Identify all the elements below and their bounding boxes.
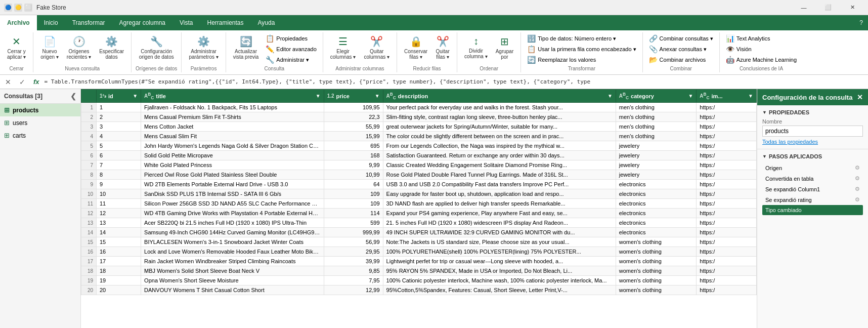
table-row[interactable]: 10 10 SanDisk SSD PLUS 1TB Internal SSD … [81, 189, 757, 199]
col-header-description[interactable]: ABC description ▼ [383, 90, 616, 103]
nombre-input[interactable] [762, 126, 863, 137]
tab-herramientas[interactable]: Herramientas [200, 15, 250, 30]
origenes-group-label: Orígenes de datos [136, 66, 177, 71]
table-row[interactable]: 5 5 John Hardy Women's Legends Naga Gold… [81, 141, 757, 151]
refresh-preview-button[interactable]: 🔄 Actualizarvista previa [230, 33, 262, 62]
table-row[interactable]: 19 19 Opna Women's Short Sleeve Moisture… [81, 276, 757, 285]
step-item[interactable]: Convertida en tabla ⚙ [762, 173, 863, 184]
append-queries-button[interactable]: 📎 Anexar consultas ▾ [647, 44, 715, 54]
table-row[interactable]: 4 4 Mens Casual Slim Fit 15,99 The color… [81, 132, 757, 141]
table-row[interactable]: 14 14 Samsung 49-Inch CHG90 144Hz Curved… [81, 228, 757, 237]
query-item-products[interactable]: ⊞ products [0, 104, 80, 116]
table-row[interactable]: 1 1 Fjallraven - Foldsack No. 1 Backpack… [81, 103, 757, 112]
data-type-button[interactable]: 🔢 Tipo de datos: Número entero ▾ [525, 33, 638, 44]
table-row[interactable]: 8 8 Pierced Owl Rose Gold Plated Stainle… [81, 170, 757, 180]
tab-archivo[interactable]: Archivo [0, 15, 37, 30]
help-button[interactable]: ? [854, 15, 868, 30]
collapse-panel-button[interactable]: ❮ [70, 92, 76, 100]
cell-title: Mens Cotton Jacket [141, 122, 324, 132]
vision-button[interactable]: 👁️ Visión [724, 44, 799, 54]
formula-confirm-button[interactable]: ✓ [16, 76, 28, 88]
table-row[interactable]: 7 7 White Gold Plated Princess 9,99 Clas… [81, 160, 757, 170]
combine-files-button[interactable]: 📂 Combinar archivos [647, 55, 715, 65]
step-item[interactable]: Origen ⚙ [762, 162, 863, 173]
tab-ayuda[interactable]: Ayuda [251, 15, 282, 30]
advanced-editor-icon: ✏️ [266, 45, 274, 53]
table-row[interactable]: 12 12 WD 4TB Gaming Drive Works with Pla… [81, 209, 757, 218]
formula-cancel-button[interactable]: ✕ [2, 76, 14, 88]
text-analytics-button[interactable]: 📊 Text Analytics [724, 33, 799, 44]
formula-input[interactable] [45, 76, 866, 88]
row-num-cell: 1 [81, 103, 97, 112]
table-row[interactable]: 16 16 Lock and Love Women's Removable Ho… [81, 247, 757, 257]
new-source-button[interactable]: 📄 Nuevoorigen ▾ [37, 33, 62, 62]
advanced-editor-button[interactable]: ✏️ Editor avanzado [264, 44, 319, 54]
table-row[interactable]: 18 18 MBJ Women's Solid Short Sleeve Boa… [81, 266, 757, 276]
cell-url: https:/ [697, 247, 757, 257]
split-column-button[interactable]: ↕️ Dividircolumna ▾ [461, 33, 491, 61]
step-item[interactable]: Se expandió rating ⚙ [762, 194, 863, 205]
manage-params-button[interactable]: ⚙️ Administrarparámetros ▾ [186, 33, 221, 62]
all-properties-link[interactable]: Todas las propiedades [762, 139, 863, 145]
choose-columns-icon: ☰ [338, 35, 348, 48]
cell-price: 29,95 [324, 247, 383, 257]
query-item-carts[interactable]: ⊞ carts [0, 129, 80, 142]
cell-url: https:/ [697, 257, 757, 266]
step-gear-icon[interactable]: ⚙ [855, 186, 860, 192]
query-icon-carts: ⊞ [4, 132, 10, 139]
close-button[interactable]: ✕ [841, 0, 864, 15]
remove-columns-button[interactable]: ✂️ Quitarcolumnas ▾ [361, 33, 393, 62]
data-source-settings-button[interactable]: 🔧 Configuraciónorigen de datos [136, 33, 177, 62]
cell-url: https:/ [697, 151, 757, 160]
col-header-price[interactable]: 1.2 price ▼ [324, 90, 383, 103]
first-row-header-button[interactable]: 📋 Usar la primera fila como encabezado ▾ [525, 44, 638, 54]
table-row[interactable]: 15 15 BIYLACLESEN Women's 3-in-1 Snowboa… [81, 237, 757, 247]
azure-ml-button[interactable]: 🤖 Azure Machine Learning [724, 55, 799, 65]
table-row[interactable]: 6 6 Solid Gold Petite Micropave 168 Sati… [81, 151, 757, 160]
cell-category: women's clothing [616, 257, 696, 266]
choose-columns-button[interactable]: ☰ Elegircolumnas ▾ [327, 33, 359, 62]
remove-rows-button[interactable]: ✂️ Quitarfilas ▾ [432, 33, 453, 62]
recent-sources-button[interactable]: 🕐 Orígenesrecientes ▾ [64, 33, 94, 62]
step-gear-icon[interactable]: ⚙ [855, 196, 860, 203]
minimize-button[interactable]: — [792, 0, 815, 15]
step-gear-icon[interactable]: ⚙ [855, 175, 860, 182]
tab-inicio[interactable]: Inicio [37, 15, 65, 30]
table-row[interactable]: 20 20 DANVOUY Womens T Shirt Casual Cott… [81, 285, 757, 295]
cell-url: https:/ [697, 228, 757, 237]
keep-rows-button[interactable]: 🔒 Conservarfilas ▾ [401, 33, 430, 62]
table-row[interactable]: 17 17 Rain Jacket Women Windbreaker Stri… [81, 257, 757, 266]
specify-data-button[interactable]: ⚙️ Especificardatos [96, 33, 127, 62]
replace-values-button[interactable]: 🔄 Reemplazar los valores [525, 55, 638, 65]
propiedades-title: PROPIEDADES [762, 109, 863, 115]
step-gear-icon[interactable]: ⚙ [855, 165, 860, 171]
tab-vista[interactable]: Vista [172, 15, 200, 30]
close-apply-button[interactable]: ✕ Cerrar yaplicar ▾ [4, 33, 29, 62]
table-row[interactable]: 13 13 Acer SB220Q bi 21.5 inches Full HD… [81, 218, 757, 228]
step-item[interactable]: Tipo cambiado [762, 205, 863, 215]
group-by-button[interactable]: ⊞ Agruparpor [493, 33, 517, 62]
maximize-button[interactable]: ⬜ [816, 0, 840, 15]
manage-button[interactable]: 🔧 Administrar ▾ [264, 55, 319, 65]
table-row[interactable]: 11 11 Silicon Power 256GB SSD 3D NAND A5… [81, 199, 757, 209]
right-panel-close-button[interactable]: ✕ [857, 93, 863, 101]
propiedades-section: PROPIEDADES Nombre Todas las propiedades [757, 105, 868, 149]
tab-agregar-columna[interactable]: Agregar columna [112, 15, 172, 30]
query-item-users[interactable]: ⊞ users [0, 116, 80, 129]
col-header-title[interactable]: ABC title ▼ [141, 90, 324, 103]
properties-button[interactable]: 📋 Propiedades [264, 33, 319, 44]
cell-description: Easy upgrade for faster boot up, shutdow… [383, 189, 616, 199]
table-row[interactable]: 3 3 Mens Cotton Jacket 55,99 great outer… [81, 122, 757, 132]
step-item[interactable]: Se expandió Column1 ⚙ [762, 184, 863, 194]
query-icon-users: ⊞ [4, 119, 10, 127]
tab-transformar[interactable]: Transformar [65, 15, 112, 30]
merge-queries-button[interactable]: 🔗 Combinar consultas ▾ [647, 33, 715, 44]
col-header-id[interactable]: 1²₃ id ▼ [97, 90, 141, 103]
table-row[interactable]: 2 2 Mens Casual Premium Slim Fit T-Shirt… [81, 112, 757, 122]
row-num-cell: 16 [81, 247, 97, 257]
data-area[interactable]: 1²₃ id ▼ ABC title ▼ [81, 89, 757, 328]
table-row[interactable]: 9 9 WD 2TB Elements Portable External Ha… [81, 180, 757, 189]
col-header-category[interactable]: ABC category ▼ [616, 90, 696, 103]
nombre-label: Nombre [762, 118, 863, 125]
col-header-url[interactable]: ABC im... ▼ [697, 90, 757, 103]
